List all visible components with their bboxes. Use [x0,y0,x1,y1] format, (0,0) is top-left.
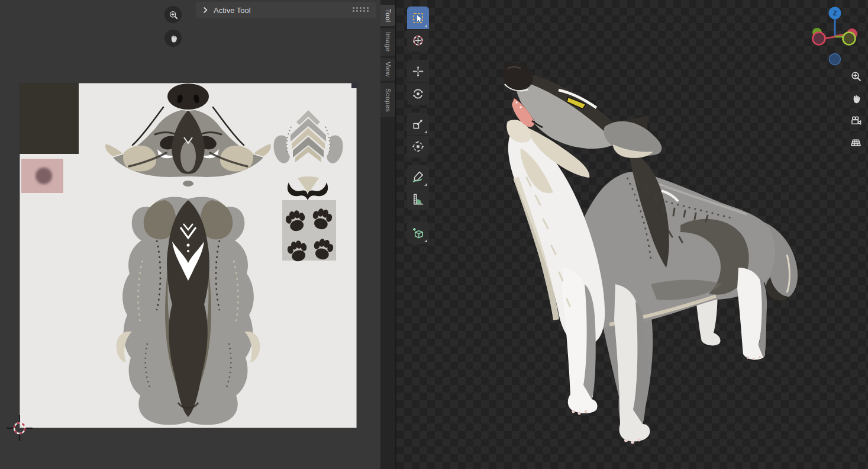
axis-neg-z-ball[interactable] [830,54,841,65]
panel-title: Active Tool [214,6,251,15]
viewport-camera-button[interactable] [847,111,864,129]
active-tool-panel-header[interactable]: Active Tool [196,2,376,18]
nav-axis-gizmo[interactable]: Z [809,5,863,67]
tab-image[interactable]: Image [380,28,395,56]
tab-image-label: Image [385,32,392,52]
rotate-icon [411,87,425,101]
pan-hand-icon [168,33,179,44]
atlas-pink-swatch [21,159,63,193]
viewport-zoom-button[interactable] [847,67,864,85]
2d-cursor [7,415,33,441]
tool-annotate[interactable] [407,165,429,188]
viewport-3d: Z [396,0,868,469]
blender-window: Active Tool Tool Image View Scopes [0,0,868,469]
viewport-pan-button[interactable] [847,89,864,107]
orthographic-grid-icon [850,136,862,149]
transform-icon [411,140,425,153]
atlas-dark-swatch [20,83,79,154]
uv-zoom-in-button[interactable] [164,6,182,23]
select-box-icon [411,11,425,25]
wolf-model [396,0,868,469]
zoom-in-icon [168,9,179,20]
tab-tool[interactable]: Tool [380,5,395,26]
measure-icon [411,192,425,206]
tab-scopes[interactable]: Scopes [380,83,395,117]
chevron-right-icon [202,7,209,14]
tab-view-label: View [385,62,392,77]
tool-move[interactable] [407,60,429,82]
camera-view-icon [850,114,862,127]
drag-grip-icon[interactable] [353,7,370,13]
tool-select-box[interactable] [407,7,429,29]
uv-pan-button[interactable] [164,30,182,47]
atlas-paw-prints [282,200,336,263]
uv-image-editor: Active Tool Tool Image View Scopes [0,0,395,469]
tool-add-cube[interactable] [407,221,429,244]
tool-scale[interactable] [407,113,429,135]
add-cube-icon [411,226,425,240]
axis-z-label: Z [833,9,837,17]
tab-tool-label: Tool [385,9,392,22]
axis-neg-y-ball[interactable] [843,33,856,45]
sidebar-tabstrip: Tool Image View Scopes [380,0,395,469]
atlas-body-texture [117,197,260,425]
tool-rotate[interactable] [407,82,429,105]
move-icon [411,65,425,78]
viewport-ortho-button[interactable] [847,133,864,151]
pan-hand-icon [850,92,862,105]
zoom-icon [850,70,862,82]
uv-texture-image [20,83,357,428]
tool-transform[interactable] [407,135,429,158]
scale-icon [411,117,425,131]
annotate-pen-icon [411,170,425,184]
tool-measure[interactable] [407,188,429,210]
tool-cursor-3d[interactable] [407,29,429,52]
image-corner-marker [351,83,357,88]
3d-cursor-icon [411,34,425,47]
tab-scopes-label: Scopes [385,88,392,112]
axis-neg-x-ball[interactable] [813,33,825,45]
tab-view[interactable]: View [380,58,395,81]
